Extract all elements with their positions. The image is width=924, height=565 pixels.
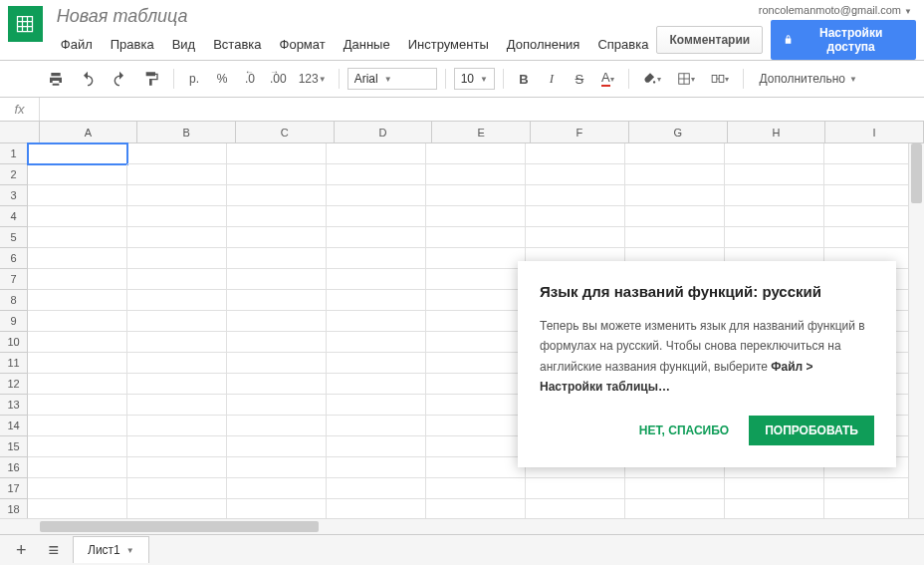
cell[interactable] — [227, 290, 327, 311]
row-header[interactable]: 10 — [0, 332, 27, 353]
menu-addons[interactable]: Дополнения — [499, 33, 588, 56]
cell[interactable] — [426, 248, 526, 269]
app-logo[interactable] — [8, 6, 43, 42]
cell[interactable] — [426, 143, 526, 164]
currency-button[interactable]: р. — [182, 67, 206, 91]
cell[interactable] — [426, 353, 526, 374]
cell[interactable] — [227, 332, 327, 353]
document-title[interactable]: Новая таблица — [53, 4, 657, 29]
cell[interactable] — [327, 478, 426, 499]
col-header[interactable]: B — [137, 122, 236, 142]
cell[interactable] — [127, 185, 227, 206]
add-sheet-button[interactable]: + — [8, 536, 35, 565]
col-header[interactable]: C — [236, 122, 335, 142]
borders-button[interactable]: ▾ — [671, 67, 701, 91]
cell[interactable] — [426, 395, 526, 416]
menu-insert[interactable]: Вставка — [205, 33, 269, 56]
cell[interactable] — [28, 395, 127, 416]
row-header[interactable]: 4 — [0, 206, 27, 227]
cell[interactable] — [227, 436, 327, 457]
row-header[interactable]: 7 — [0, 269, 27, 290]
cell[interactable] — [127, 269, 227, 290]
cell[interactable] — [327, 269, 426, 290]
col-header[interactable]: I — [825, 122, 924, 142]
cell[interactable] — [127, 499, 227, 518]
menu-tools[interactable]: Инструменты — [400, 33, 497, 56]
cell[interactable] — [725, 143, 824, 164]
row-header[interactable]: 15 — [0, 436, 27, 457]
comments-button[interactable]: Комментарии — [656, 26, 763, 54]
horizontal-scrollbar[interactable] — [0, 518, 924, 534]
cell[interactable] — [28, 269, 127, 290]
cell[interactable] — [725, 227, 824, 248]
cell[interactable] — [625, 499, 725, 518]
cell[interactable] — [28, 164, 127, 185]
cell[interactable] — [327, 248, 426, 269]
cell[interactable] — [227, 269, 327, 290]
cell[interactable] — [28, 185, 127, 206]
user-email[interactable]: roncolemanmoto@gmail.com ▼ — [759, 4, 912, 16]
col-header[interactable]: D — [335, 122, 433, 142]
row-header[interactable]: 16 — [0, 457, 27, 478]
cell[interactable] — [127, 164, 227, 185]
cell[interactable] — [327, 206, 426, 227]
cell[interactable] — [725, 478, 824, 499]
cell[interactable] — [127, 206, 227, 227]
cell[interactable] — [227, 185, 327, 206]
increase-decimal-button[interactable]: →.00 — [266, 67, 291, 91]
cell[interactable] — [725, 499, 824, 518]
cell[interactable] — [227, 311, 327, 332]
font-select[interactable]: Arial▼ — [347, 68, 437, 90]
number-format-button[interactable]: 123 ▼ — [295, 67, 331, 91]
cell[interactable] — [327, 311, 426, 332]
menu-format[interactable]: Формат — [272, 33, 334, 56]
decrease-decimal-button[interactable]: ←.0 — [238, 67, 262, 91]
cell[interactable] — [625, 185, 725, 206]
cell[interactable] — [127, 395, 227, 416]
italic-button[interactable]: I — [540, 67, 564, 91]
cell[interactable] — [227, 457, 327, 478]
row-header[interactable]: 13 — [0, 395, 27, 416]
col-header[interactable]: A — [40, 122, 138, 142]
cell[interactable] — [327, 436, 426, 457]
all-sheets-button[interactable]: ≡ — [41, 536, 68, 565]
cell[interactable] — [426, 436, 526, 457]
cell[interactable] — [625, 206, 725, 227]
menu-edit[interactable]: Правка — [103, 33, 162, 56]
strikethrough-button[interactable]: S — [568, 67, 591, 91]
cell[interactable] — [28, 353, 127, 374]
cell[interactable] — [227, 478, 327, 499]
cell[interactable] — [227, 416, 327, 436]
row-header[interactable]: 17 — [0, 478, 27, 499]
font-size-select[interactable]: 10▼ — [454, 68, 495, 90]
row-header[interactable]: 3 — [0, 185, 27, 206]
cell[interactable] — [327, 185, 426, 206]
cell[interactable] — [426, 227, 526, 248]
cell[interactable] — [28, 478, 127, 499]
cell[interactable] — [327, 143, 426, 164]
cell[interactable] — [28, 290, 127, 311]
cell[interactable] — [526, 227, 625, 248]
cell[interactable] — [426, 311, 526, 332]
cell[interactable] — [227, 499, 327, 518]
cell[interactable] — [625, 164, 725, 185]
popup-no-button[interactable]: НЕТ, СПАСИБО — [627, 416, 741, 445]
formula-input[interactable] — [40, 98, 924, 121]
cell[interactable] — [327, 227, 426, 248]
print-icon[interactable] — [42, 67, 70, 91]
cell[interactable] — [227, 206, 327, 227]
col-header[interactable]: E — [432, 122, 531, 142]
cell[interactable] — [28, 374, 127, 395]
cell[interactable] — [28, 332, 127, 353]
col-header[interactable]: G — [629, 122, 728, 142]
cell[interactable] — [327, 353, 426, 374]
bold-button[interactable]: B — [512, 67, 536, 91]
cell[interactable] — [127, 143, 227, 164]
cell[interactable] — [426, 164, 526, 185]
cell[interactable] — [426, 269, 526, 290]
cell[interactable] — [426, 290, 526, 311]
row-header[interactable]: 9 — [0, 311, 27, 332]
cell[interactable] — [28, 248, 127, 269]
fill-color-button[interactable]: ▾ — [637, 67, 667, 91]
paint-format-icon[interactable] — [137, 67, 165, 91]
